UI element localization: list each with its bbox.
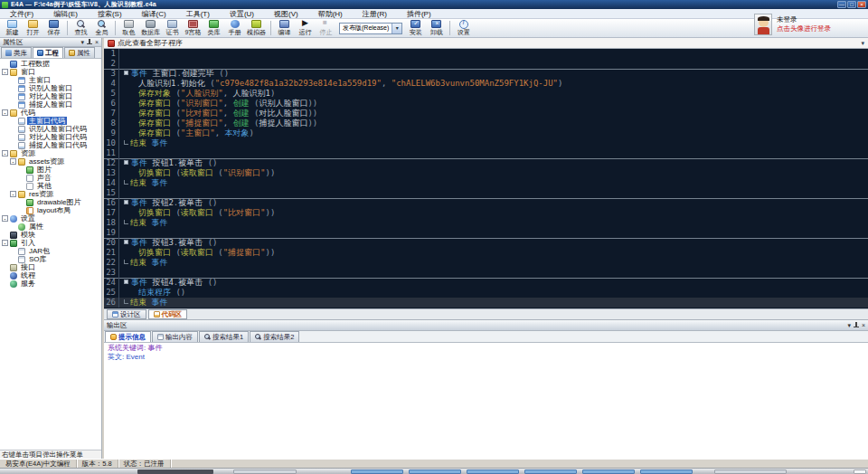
toolbar-button-lib[interactable]: 类库	[203, 19, 224, 37]
panel-pin-icon[interactable]	[854, 322, 859, 328]
panel-pin-icon[interactable]	[87, 39, 92, 45]
avatar[interactable]	[754, 14, 772, 35]
tree-expander-icon[interactable]: -	[2, 240, 8, 246]
tree-item[interactable]: 接口	[0, 263, 101, 271]
menu-item[interactable]: 编译(C)	[132, 9, 176, 19]
collapse-box-icon[interactable]	[124, 240, 128, 244]
toolbar-button-new[interactable]: 新建	[2, 19, 23, 37]
taskbar-button[interactable]	[409, 469, 461, 474]
menu-item[interactable]: 工具(T)	[176, 9, 220, 19]
tree-item[interactable]: -引入	[0, 239, 101, 247]
toolbar-button-db[interactable]: 数据库	[139, 19, 162, 37]
tree-item[interactable]: -res资源	[0, 190, 101, 198]
menu-item[interactable]: 插件(P)	[397, 9, 441, 19]
tree-item[interactable]: drawable图片	[0, 198, 101, 206]
panel-close-icon[interactable]: ×	[95, 39, 99, 46]
toolbar-button-emu[interactable]: 模拟器	[245, 19, 268, 37]
tree-item[interactable]: SO库	[0, 255, 101, 263]
code-editor[interactable]: 123事件 主窗口.创建完毕 ()4人脸识别1.初始化 ("c979e482f8…	[104, 49, 868, 308]
tree-expander-icon[interactable]: -	[2, 109, 8, 116]
tree-item[interactable]: JAR包	[0, 247, 101, 255]
tree-item[interactable]: 其他	[0, 182, 101, 190]
code-line[interactable]: 7保存窗口 ("比对窗口", 创建 (对比人脸窗口))	[104, 109, 868, 118]
taskbar-button[interactable]	[714, 469, 787, 474]
tree-expander-icon[interactable]: -	[2, 215, 8, 222]
tree-item[interactable]: 主窗口	[0, 76, 101, 84]
tree-item[interactable]: layout布局	[0, 206, 101, 214]
menu-item[interactable]: 编辑(E)	[43, 9, 88, 19]
show-desktop-button[interactable]	[854, 469, 866, 474]
code-line[interactable]: 16事件 按钮2.被单击 ()	[104, 198, 868, 208]
output-tab-hint[interactable]: 提示信息	[105, 331, 151, 342]
code-line[interactable]: 24事件 按钮4.被单击 ()	[104, 278, 868, 288]
sidebar-tab-lib[interactable]: 类库	[1, 47, 32, 58]
output-tab-search[interactable]: 搜索结果2	[250, 331, 299, 342]
tree-item[interactable]: -assets资源	[0, 157, 101, 166]
code-line[interactable]: 15	[104, 188, 868, 198]
tree-item[interactable]: 捕捉人脸窗口代码	[0, 141, 101, 149]
code-line[interactable]: 23	[104, 268, 868, 278]
code-line[interactable]: 14结束 事件	[104, 178, 868, 188]
tree-item[interactable]: -窗口	[0, 68, 101, 76]
menu-item[interactable]: 搜索(S)	[88, 9, 132, 19]
tree-expander-icon[interactable]: -	[2, 150, 8, 156]
collapse-box-icon[interactable]	[124, 200, 128, 204]
toolbar-button-find[interactable]: 查找	[71, 19, 91, 37]
tree-item[interactable]: 线程	[0, 271, 101, 280]
tree-item[interactable]: -设置	[0, 214, 101, 223]
tree-item[interactable]: 服务	[0, 280, 101, 288]
toolbar-button-install[interactable]: 安装	[405, 19, 426, 37]
toolbar-button-color[interactable]: 取色	[118, 19, 139, 37]
taskbar-button[interactable]	[137, 469, 213, 474]
sidebar-tab-prop[interactable]: 属性	[64, 47, 95, 58]
panel-dropdown-icon[interactable]: ▾	[847, 322, 851, 329]
toolbar-button-grid9[interactable]: 9宫格	[183, 19, 203, 37]
menu-item[interactable]: 视图(V)	[264, 9, 308, 19]
tree-item[interactable]: -资源	[0, 149, 101, 157]
code-line[interactable]: 21切换窗口 (读取窗口 ("捕捉窗口"))	[104, 248, 868, 258]
tree-expander-icon[interactable]: -	[10, 158, 16, 165]
toolbar-button-uninstall[interactable]: 卸载	[426, 19, 447, 37]
code-line[interactable]: 4人脸识别1.初始化 ("c979e482f8a1a32b293e814e1a5…	[104, 79, 868, 89]
tree-item[interactable]: 主窗口代码	[0, 117, 101, 125]
maximize-button[interactable]: □	[847, 1, 856, 8]
code-line[interactable]: 12事件 按钮1.被单击 ()	[104, 158, 868, 168]
editor-view-tab-design[interactable]: 设计区	[107, 309, 146, 319]
editor-tab-title[interactable]: 点此查看全部子程序	[118, 38, 183, 48]
code-line[interactable]: 13切换窗口 (读取窗口 ("识别窗口"))	[104, 168, 868, 178]
code-line[interactable]: 8保存窗口 ("捕捉窗口", 创建 (捕捉人脸窗口))	[104, 118, 868, 128]
menu-item[interactable]: 设置(U)	[220, 9, 264, 19]
code-line[interactable]: 6保存窗口 ("识别窗口", 创建 (识别人脸窗口))	[104, 99, 868, 109]
code-line[interactable]: 9保存窗口 ("主窗口", 本对象)	[104, 128, 868, 138]
code-line[interactable]: 2	[104, 59, 868, 69]
taskbar-button[interactable]	[351, 469, 403, 474]
code-line[interactable]: 3事件 主窗口.创建完毕 ()	[104, 69, 868, 79]
release-mode-dropdown[interactable]: 发布版(Release)▾	[339, 23, 402, 34]
tree-item[interactable]: 识别人脸窗口代码	[0, 125, 101, 133]
tree-item[interactable]: -代码	[0, 109, 101, 117]
panel-dropdown-icon[interactable]: ▾	[80, 39, 84, 46]
toolbar-button-open[interactable]: 打开	[23, 19, 43, 37]
code-line[interactable]: 5保存对象 ("人脸识别", 人脸识别1)	[104, 89, 868, 99]
code-line[interactable]: 20事件 按钮3.被单击 ()	[104, 238, 868, 248]
sidebar-tab-proj[interactable]: 工程	[33, 47, 63, 58]
taskbar-button[interactable]	[524, 469, 577, 474]
tree-item[interactable]: 属性	[0, 223, 101, 231]
code-line[interactable]: 25结束程序 ()	[104, 288, 868, 298]
tree-item[interactable]: 模块	[0, 231, 101, 239]
menu-item[interactable]: 帮助(H)	[308, 9, 353, 19]
toolbar-button-cert[interactable]: 证书	[162, 19, 183, 37]
tree-item[interactable]: 声音	[0, 174, 101, 182]
taskbar-button[interactable]	[640, 469, 693, 474]
code-line[interactable]: 17切换窗口 (读取窗口 ("比对窗口"))	[104, 208, 868, 218]
code-line[interactable]: 26结束 事件	[104, 298, 868, 308]
output-tab-content[interactable]: 输出内容	[152, 331, 198, 342]
menu-item[interactable]: 文件(F)	[0, 9, 43, 19]
toolbar-button-save[interactable]: 保存	[43, 19, 64, 37]
tree-expander-icon[interactable]: -	[2, 69, 8, 75]
minimize-button[interactable]: —	[837, 1, 846, 8]
tree-expander-icon[interactable]: -	[10, 191, 16, 197]
taskbar-button[interactable]	[582, 469, 635, 474]
output-tab-search[interactable]: 搜索结果1	[199, 331, 249, 342]
login-hint-link[interactable]: 点击头像进行登录	[777, 24, 831, 33]
